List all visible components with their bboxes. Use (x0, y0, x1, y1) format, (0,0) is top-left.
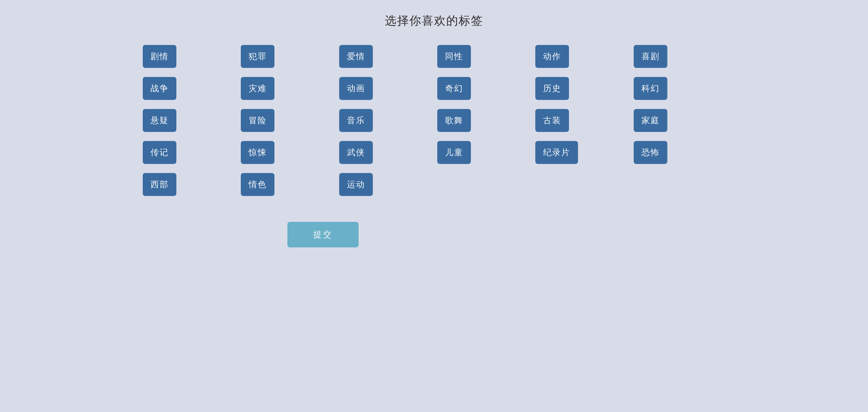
tag-scifi[interactable]: 科幻 (634, 77, 668, 100)
tag-thriller[interactable]: 惊悚 (241, 141, 274, 164)
tag-sports[interactable]: 运动 (339, 173, 373, 196)
tag-erotic[interactable]: 情色 (241, 173, 274, 196)
tag-lgbt[interactable]: 同性 (437, 45, 471, 68)
tag-musical[interactable]: 歌舞 (437, 109, 471, 132)
tag-western[interactable]: 西部 (143, 173, 176, 196)
tag-animation[interactable]: 动画 (339, 77, 373, 100)
page-title: 选择你喜欢的标签 (385, 13, 483, 29)
tag-mystery[interactable]: 悬疑 (143, 109, 176, 132)
tag-drama[interactable]: 剧情 (143, 45, 176, 68)
tags-grid: 剧情 战争 悬疑 传记 西部 犯罪 灾难 冒险 惊悚 情色 爱情 动画 音乐 武… (143, 45, 725, 196)
submit-button[interactable]: 提交 (287, 222, 359, 247)
tag-war[interactable]: 战争 (143, 77, 176, 100)
tag-documentary[interactable]: 纪录片 (535, 141, 578, 164)
tag-family[interactable]: 家庭 (634, 109, 668, 132)
tag-music[interactable]: 音乐 (339, 109, 373, 132)
tag-wuxia[interactable]: 武侠 (339, 141, 373, 164)
tag-action[interactable]: 动作 (535, 45, 569, 68)
tag-romance[interactable]: 爱情 (339, 45, 373, 68)
tag-fantasy[interactable]: 奇幻 (437, 77, 471, 100)
tag-biography[interactable]: 传记 (143, 141, 176, 164)
submit-section: 提交 (143, 222, 725, 247)
tag-costume[interactable]: 古装 (535, 109, 569, 132)
tag-adventure[interactable]: 冒险 (241, 109, 274, 132)
tag-disaster[interactable]: 灾难 (241, 77, 274, 100)
tag-history[interactable]: 历史 (535, 77, 569, 100)
tag-crime[interactable]: 犯罪 (241, 45, 274, 68)
tag-horror[interactable]: 恐怖 (634, 141, 668, 164)
tag-children[interactable]: 儿童 (437, 141, 471, 164)
tag-comedy[interactable]: 喜剧 (634, 45, 668, 68)
